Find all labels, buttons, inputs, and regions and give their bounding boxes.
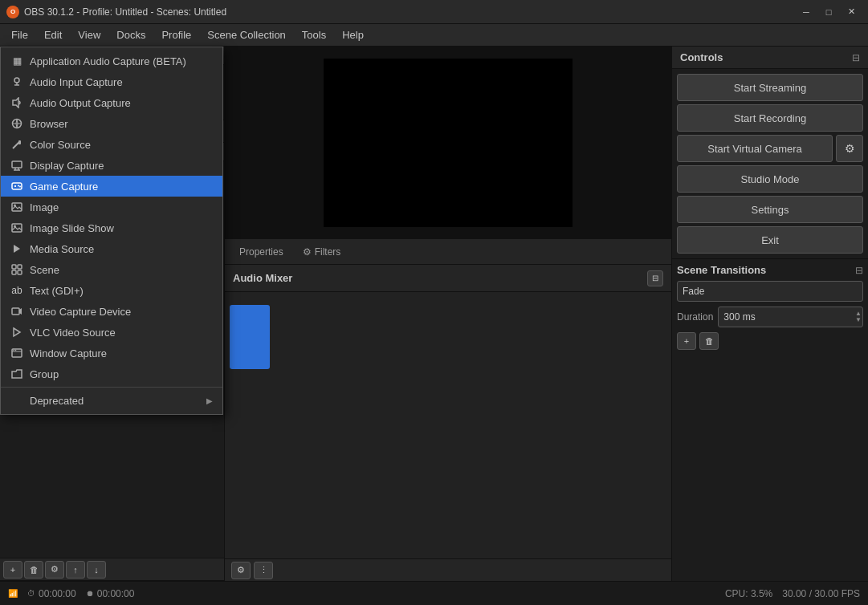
- dropdown-item-vlc-video[interactable]: VLC Video Source: [1, 322, 222, 343]
- start-streaming-button[interactable]: Start Streaming: [677, 74, 863, 101]
- scene-label: Scene: [30, 264, 59, 276]
- dropdown-item-color-source[interactable]: Color Source: [1, 134, 222, 155]
- deprecated-label: Deprecated: [30, 395, 84, 407]
- preview-area: [225, 47, 671, 239]
- controls-section: Start Streaming Start Recording Start Vi…: [672, 69, 868, 258]
- svg-point-31: [13, 350, 14, 351]
- exit-button[interactable]: Exit: [677, 226, 863, 254]
- sources-toolbar: + 🗑 ⚙ ↑ ↓: [0, 558, 224, 580]
- dropdown-item-deprecated[interactable]: Deprecated▶: [1, 390, 222, 411]
- dropdown-item-display-capture[interactable]: Display Capture: [1, 155, 222, 176]
- title-bar: O OBS 30.1.2 - Profile: Untitled - Scene…: [0, 0, 868, 24]
- record-time-value: 00:00:00: [97, 588, 135, 599]
- audio-output-label: Audio Output Capture: [30, 97, 131, 109]
- stream-time-icon: ⏱: [27, 589, 35, 598]
- sources-up-button[interactable]: ↑: [66, 561, 85, 579]
- source-dropdown-menu: ▦Application Audio Capture (BETA)Audio I…: [0, 47, 223, 415]
- duration-arrows: ▲ ▼: [855, 311, 862, 323]
- menu-scene-collection[interactable]: Scene Collection: [199, 26, 294, 43]
- controls-expand-button[interactable]: ⊟: [852, 52, 860, 63]
- transition-select[interactable]: FadeCutSwipeSlideStingerFade to ColorLum…: [677, 281, 863, 302]
- audio-settings-button[interactable]: ⚙: [231, 562, 251, 579]
- transition-add-button[interactable]: +: [677, 332, 696, 350]
- controls-header: Controls ⊟: [672, 47, 868, 69]
- duration-down-arrow[interactable]: ▼: [855, 317, 862, 323]
- virtual-camera-settings-button[interactable]: ⚙: [836, 135, 863, 162]
- menu-file[interactable]: File: [3, 26, 36, 43]
- start-virtual-camera-button[interactable]: Start Virtual Camera: [677, 135, 833, 162]
- left-panel: Scenes Scene + 🗑 ⚙ ↑ ↓ Sources: [0, 47, 225, 581]
- svg-point-32: [15, 350, 17, 351]
- game-capture-icon: [10, 180, 23, 193]
- dropdown-item-image[interactable]: Image: [1, 197, 222, 217]
- sources-settings-button[interactable]: ⚙: [45, 561, 64, 579]
- audio-output-icon: [10, 96, 23, 109]
- audio-mixer-content: [225, 292, 671, 558]
- text-gdi-icon: ab: [10, 284, 23, 297]
- image-slideshow-icon: [10, 221, 23, 234]
- dropdown-item-audio-input[interactable]: Audio Input Capture: [1, 71, 222, 92]
- right-panel: Controls ⊟ Start Streaming Start Recordi…: [671, 47, 868, 581]
- dropdown-item-game-capture[interactable]: Game Capture: [1, 176, 222, 197]
- video-capture-label: Video Capture Device: [30, 306, 131, 318]
- dropdown-item-image-slideshow[interactable]: Image Slide Show: [1, 217, 222, 238]
- menu-bar: File Edit View Docks Profile Scene Colle…: [0, 24, 868, 47]
- sources-add-button[interactable]: +: [3, 561, 22, 579]
- dropdown-item-group[interactable]: Group: [1, 363, 222, 384]
- record-time-icon: ⏺: [86, 589, 94, 598]
- sources-down-button[interactable]: ↓: [87, 561, 106, 579]
- start-recording-button[interactable]: Start Recording: [677, 104, 863, 132]
- main-layout: Scenes Scene + 🗑 ⚙ ↑ ↓ Sources: [0, 47, 868, 581]
- duration-input[interactable]: 300 ms: [718, 307, 863, 327]
- menu-docks[interactable]: Docks: [108, 26, 153, 43]
- vlc-video-label: VLC Video Source: [30, 327, 116, 339]
- properties-tab[interactable]: Properties: [231, 244, 291, 260]
- scene-transitions-expand-button[interactable]: ⊟: [855, 265, 863, 276]
- svg-rect-19: [12, 224, 22, 232]
- fps-status: 30.00 / 30.00 FPS: [782, 588, 860, 599]
- menu-edit[interactable]: Edit: [36, 26, 70, 43]
- browser-icon: [10, 117, 23, 130]
- video-capture-icon: [10, 305, 23, 318]
- studio-mode-button[interactable]: Studio Mode: [677, 165, 863, 193]
- record-time-status: ⏺ 00:00:00: [86, 588, 135, 599]
- game-capture-label: Game Capture: [30, 181, 98, 193]
- dropdown-item-video-capture[interactable]: Video Capture Device: [1, 301, 222, 322]
- dropdown-item-browser[interactable]: Browser: [1, 113, 222, 134]
- settings-button[interactable]: Settings: [677, 196, 863, 223]
- filters-icon: ⚙: [303, 246, 312, 258]
- close-button[interactable]: ✕: [841, 4, 862, 20]
- menu-profile[interactable]: Profile: [153, 26, 199, 43]
- menu-help[interactable]: Help: [334, 26, 372, 43]
- svg-point-0: [14, 78, 19, 83]
- dropdown-item-text-gdi[interactable]: abText (GDI+): [1, 280, 222, 301]
- transition-toolbar: + 🗑: [677, 332, 863, 350]
- audio-input-icon: [10, 75, 23, 88]
- signal-status: 📶: [8, 589, 18, 598]
- audio-input-label: Audio Input Capture: [30, 76, 123, 88]
- dropdown-item-audio-output[interactable]: Audio Output Capture: [1, 92, 222, 113]
- minimize-button[interactable]: ─: [796, 4, 817, 20]
- image-label: Image: [30, 201, 59, 213]
- dropdown-item-scene[interactable]: Scene: [1, 259, 222, 280]
- dropdown-item-app-audio[interactable]: ▦Application Audio Capture (BETA): [1, 51, 222, 71]
- svg-rect-17: [12, 203, 22, 211]
- image-icon: [10, 201, 23, 213]
- title-text: OBS 30.1.2 - Profile: Untitled - Scenes:…: [24, 6, 796, 18]
- dropdown-item-media-source[interactable]: Media Source: [1, 238, 222, 259]
- filters-tab[interactable]: ⚙ Filters: [295, 244, 349, 260]
- color-source-label: Color Source: [30, 139, 91, 151]
- svg-rect-8: [12, 161, 22, 168]
- audio-menu-button[interactable]: ⋮: [254, 562, 273, 579]
- status-bar: 📶 ⏱ 00:00:00 ⏺ 00:00:00 CPU: 3.5% 30.00 …: [0, 581, 868, 605]
- dropdown-separator: [1, 387, 222, 388]
- menu-tools[interactable]: Tools: [294, 26, 334, 43]
- sources-remove-button[interactable]: 🗑: [24, 561, 43, 579]
- transition-remove-button[interactable]: 🗑: [699, 332, 719, 350]
- menu-view[interactable]: View: [70, 26, 108, 43]
- audio-mixer-toolbar: ⚙ ⋮: [225, 558, 671, 581]
- dropdown-item-window-capture[interactable]: Window Capture: [1, 343, 222, 363]
- maximize-button[interactable]: □: [818, 4, 839, 20]
- color-source-icon: [10, 138, 23, 151]
- audio-mixer-expand-button[interactable]: ⊟: [647, 270, 663, 286]
